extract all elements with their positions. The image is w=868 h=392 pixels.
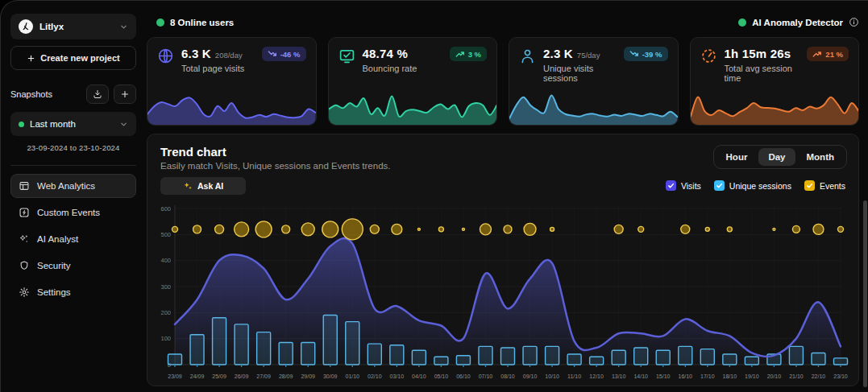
export-snapshot-button[interactable]	[86, 85, 109, 104]
svg-text:03/10: 03/10	[390, 373, 405, 379]
nav-label: Settings	[37, 287, 71, 297]
legend-label: Events	[820, 181, 845, 191]
legend-label: Visits	[681, 181, 701, 191]
download-icon	[93, 89, 102, 99]
stat-label: Bouncing rate	[363, 64, 417, 73]
legend-unique-sessions[interactable]: Unique sessions	[714, 180, 791, 191]
stat-card-bouncing-rate: 48.74 % Bouncing rate 3 %	[328, 37, 498, 126]
trending-up-icon	[812, 49, 822, 59]
nav-label: Security	[37, 261, 71, 270]
trend-chart-card: Trend chart Easily match Visits, Unique …	[147, 134, 859, 386]
svg-text:10/10: 10/10	[545, 373, 559, 379]
stat-value: 1h 15m 26s	[725, 47, 791, 60]
snapshot-date-range: 23-09-2024 to 23-10-2024	[10, 143, 136, 152]
stat-value: 2.3 K	[543, 47, 573, 60]
plus-icon	[120, 89, 130, 99]
unique-sessions-checkbox[interactable]	[714, 180, 725, 191]
snapshot-status-dot	[19, 122, 24, 127]
svg-text:20/10: 20/10	[767, 373, 782, 379]
add-snapshot-button[interactable]	[114, 85, 136, 104]
create-project-button[interactable]: Create new project	[10, 46, 136, 70]
anomaly-status-dot	[738, 19, 746, 27]
svg-text:500: 500	[160, 231, 171, 238]
bouncing-rate-sparkline	[329, 88, 497, 125]
app-window: Litlyx Create new project Snapshots Last	[0, 0, 868, 392]
sidebar-item-custom-events[interactable]: Custom Events	[10, 200, 136, 225]
svg-text:23/09: 23/09	[168, 373, 182, 379]
visits-checkbox[interactable]	[666, 180, 676, 191]
svg-text:05/10: 05/10	[434, 373, 449, 379]
svg-text:30/09: 30/09	[323, 373, 338, 379]
granularity-month[interactable]: Month	[797, 148, 844, 166]
unique-sessions-sparkline	[509, 88, 678, 125]
svg-text:25/09: 25/09	[212, 373, 226, 379]
snapshot-range-select[interactable]: Last month	[10, 112, 136, 136]
granularity-toggle: Hour Day Month	[713, 145, 847, 169]
svg-text:11/10: 11/10	[567, 373, 581, 379]
trend-chart: 010020030040050060023/0924/0925/0926/092…	[154, 200, 852, 384]
svg-text:16/10: 16/10	[679, 373, 693, 379]
nav-label: Custom Events	[37, 208, 100, 217]
svg-text:13/10: 13/10	[612, 373, 626, 379]
ask-ai-label: Ask AI	[197, 181, 223, 191]
sidebar-divider	[10, 165, 136, 166]
svg-text:600: 600	[160, 205, 171, 213]
legend-visits[interactable]: Visits	[666, 180, 701, 191]
globe-icon	[157, 47, 174, 64]
browser-window-icon	[19, 180, 30, 192]
nav-label: Web Analytics	[37, 181, 95, 191]
info-icon[interactable]	[849, 17, 859, 27]
monitor-check-icon	[338, 47, 355, 64]
ask-ai-button[interactable]: Ask AI	[160, 177, 246, 195]
trend-badge: -46 %	[262, 47, 306, 61]
chevron-down-icon	[119, 120, 128, 129]
svg-text:22/10: 22/10	[812, 373, 826, 379]
trending-up-icon	[455, 49, 465, 59]
sparkle-icon	[183, 181, 193, 191]
sidebar-item-ai-analyst[interactable]: AI Analyst	[10, 227, 136, 251]
project-selector[interactable]: Litlyx	[10, 14, 136, 39]
svg-text:04/10: 04/10	[412, 373, 426, 379]
chevron-down-icon	[119, 23, 128, 31]
lightning-box-icon	[19, 207, 30, 218]
stat-value: 6.3 K	[181, 47, 211, 60]
trend-badge: 3 %	[450, 47, 487, 61]
shield-icon	[19, 260, 30, 271]
legend-label: Unique sessions	[729, 181, 791, 191]
online-status-dot	[156, 19, 164, 27]
svg-text:09/10: 09/10	[523, 373, 538, 379]
sidebar-item-settings[interactable]: Settings	[10, 280, 136, 304]
stat-card-avg-session-time: 1h 15m 26s Total avg session time 21 %	[690, 37, 860, 126]
timer-icon	[700, 47, 717, 64]
sidebar-item-web-analytics[interactable]: Web Analytics	[10, 174, 136, 198]
events-checkbox[interactable]	[804, 180, 815, 191]
svg-text:400: 400	[160, 257, 171, 264]
stat-card-unique-sessions: 2.3 K 75/day Unique visits sessions -39 …	[509, 37, 679, 126]
avg-session-sparkline	[691, 88, 859, 125]
stat-value: 48.74 %	[363, 47, 408, 60]
svg-text:06/10: 06/10	[456, 373, 471, 379]
visits-sparkline	[147, 88, 316, 125]
legend-events[interactable]: Events	[804, 180, 845, 191]
svg-text:24/09: 24/09	[190, 373, 205, 379]
nav-label: AI Analyst	[37, 234, 78, 244]
online-users-label: 8 Online users	[170, 18, 234, 27]
snapshot-value: Last month	[30, 119, 76, 129]
svg-text:28/09: 28/09	[279, 373, 293, 379]
trending-down-icon	[268, 49, 277, 59]
granularity-day[interactable]: Day	[758, 148, 795, 166]
svg-text:08/10: 08/10	[500, 373, 515, 379]
stat-per-day: 75/day	[577, 51, 600, 60]
trending-down-icon	[629, 49, 639, 59]
snapshots-label: Snapshots	[10, 89, 52, 99]
svg-text:07/10: 07/10	[479, 373, 493, 379]
svg-text:29/09: 29/09	[301, 373, 315, 379]
granularity-hour[interactable]: Hour	[716, 148, 758, 166]
vertical-scrollbar[interactable]	[863, 200, 867, 387]
svg-text:02/10: 02/10	[368, 373, 382, 379]
svg-text:17/10: 17/10	[700, 373, 715, 379]
sidebar-item-security[interactable]: Security	[10, 254, 136, 278]
stat-per-day: 208/day	[215, 51, 243, 60]
gear-icon	[19, 287, 30, 298]
sidebar-nav: Web Analytics Custom Events AI Analyst S…	[10, 174, 136, 304]
